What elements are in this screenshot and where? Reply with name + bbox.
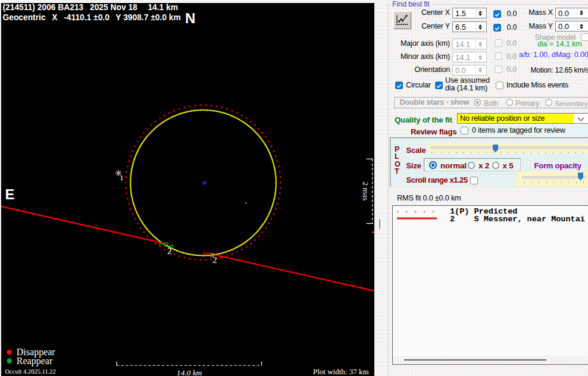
svg-text:(214511) 2006 BA213 2025 Nov: (214511) 2006 BA213 2025 Nov 18 14.1 km	[2, 3, 178, 12]
svg-text:Occult 4.2025.11.22: Occult 4.2025.11.22	[5, 368, 55, 374]
svg-text:E: E	[5, 186, 14, 202]
svg-text:2: 2	[167, 246, 172, 256]
svg-text:Reappear: Reappear	[16, 356, 52, 366]
svg-text:1: 1	[120, 173, 124, 181]
svg-text:N: N	[185, 10, 195, 26]
svg-text:2 mas: 2 mas	[361, 181, 370, 200]
svg-text:14.0 km: 14.0 km	[176, 368, 202, 376]
svg-text:2: 2	[212, 255, 217, 265]
svg-text:Geocentric X -4110.1 ±0.0 Y: Geocentric X -4110.1 ±0.0 Y 3908.7 ±0.0 …	[2, 12, 180, 21]
svg-text:2 S Messner, near Mountai: 2 S Messner, near Mountai	[450, 215, 585, 224]
svg-text:Plot width: 37 km: Plot width: 37 km	[313, 367, 369, 376]
